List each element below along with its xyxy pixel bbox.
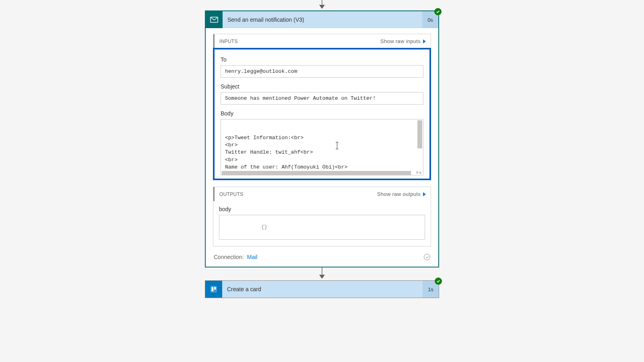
field-output-body: body {}	[219, 206, 425, 240]
output-body-label: body	[219, 206, 425, 212]
mail-icon	[206, 11, 223, 28]
step-header[interactable]: Send an email notification (V3) 0s	[206, 11, 438, 28]
subject-value[interactable]: Someone has mentioned Power Automate on …	[221, 92, 423, 105]
inputs-section: INPUTS Show raw inputs To henry.legge@ou…	[213, 34, 431, 180]
scrollbar-horizontal[interactable]	[222, 171, 411, 175]
trello-icon	[205, 281, 222, 298]
field-body: Body <p>Tweet Information:<br> <br> Twit…	[221, 110, 423, 175]
chevron-right-icon	[423, 39, 426, 43]
svg-rect-3	[214, 287, 216, 290]
scroll-arrows[interactable]: >∨	[416, 171, 421, 175]
flow-connector	[319, 267, 325, 280]
flow-connector-top	[319, 0, 325, 10]
field-to: To henry.legge@outlook.com	[221, 56, 423, 78]
step-body: INPUTS Show raw inputs To henry.legge@ou…	[206, 28, 438, 267]
flow-step-send-email[interactable]: Send an email notification (V3) 0s INPUT…	[205, 10, 439, 267]
subject-label: Subject	[221, 83, 423, 90]
to-value[interactable]: henry.legge@outlook.com	[221, 65, 423, 78]
show-raw-outputs-label: Show raw outputs	[377, 191, 421, 197]
chevron-right-icon	[423, 192, 426, 196]
to-label: To	[221, 56, 423, 63]
connection-label: Connection:	[214, 254, 244, 260]
flow-step-create-card[interactable]: Create a card 1s	[205, 280, 439, 298]
body-label: Body	[221, 110, 423, 117]
connection-name[interactable]: Mail	[247, 254, 258, 260]
body-value[interactable]: <p>Tweet Information:<br> <br> Twitter H…	[221, 119, 423, 175]
scrollbar-vertical[interactable]	[417, 120, 422, 148]
inputs-header: INPUTS Show raw inputs	[213, 34, 431, 48]
outputs-header: OUTPUTS Show raw outputs	[213, 187, 431, 201]
outputs-title: OUTPUTS	[219, 191, 243, 197]
text-cursor	[337, 142, 337, 149]
braces-icon: {}	[261, 224, 268, 230]
connection-status-icon	[424, 254, 430, 260]
outputs-content: body {}	[213, 201, 431, 246]
svg-rect-1	[211, 286, 217, 293]
step-title: Create a card	[222, 281, 423, 298]
output-body-value[interactable]: {}	[219, 215, 425, 240]
status-success-icon	[435, 278, 442, 285]
svg-rect-2	[212, 287, 214, 292]
field-subject: Subject Someone has mentioned Power Auto…	[221, 83, 423, 105]
inputs-title: INPUTS	[219, 39, 238, 44]
body-text: <p>Tweet Information:<br> <br> Twitter H…	[225, 134, 416, 175]
show-raw-inputs-label: Show raw inputs	[380, 38, 421, 44]
show-raw-inputs-link[interactable]: Show raw inputs	[380, 38, 426, 44]
show-raw-outputs-link[interactable]: Show raw outputs	[377, 191, 426, 197]
outputs-section: OUTPUTS Show raw outputs body {}	[213, 187, 431, 247]
step-title: Send an email notification (V3)	[223, 11, 422, 28]
status-success-icon	[434, 8, 442, 15]
connection-row: Connection: Mail	[213, 253, 431, 260]
inputs-content: To henry.legge@outlook.com Subject Someo…	[213, 48, 431, 180]
